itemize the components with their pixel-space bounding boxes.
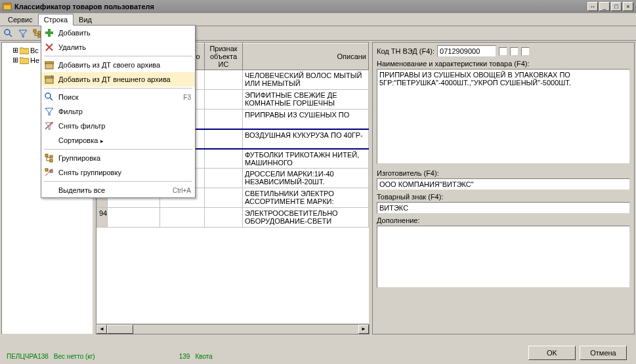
ok-button[interactable]: OK <box>528 346 576 360</box>
title-bar: Классификатор товаров пользователя ↔ _ □… <box>0 0 636 13</box>
checkbox-2[interactable] <box>510 47 519 56</box>
svg-rect-8 <box>45 31 53 34</box>
maximize-button[interactable]: □ <box>611 2 622 11</box>
search-icon[interactable] <box>2 28 15 39</box>
ungroup-icon <box>44 167 54 178</box>
scroll-left-icon[interactable]: ◄ <box>96 325 107 334</box>
manuf-label: Изготовитель (F4): <box>377 169 630 177</box>
svg-rect-16 <box>45 154 48 157</box>
dd-select-all[interactable]: Выделить все Ctrl+A <box>41 183 195 197</box>
separator <box>44 56 192 56</box>
separator <box>44 181 192 182</box>
checkbox-3[interactable] <box>521 47 530 56</box>
svg-line-3 <box>9 34 12 37</box>
code-label: Код ТН ВЭД (F4): <box>377 47 435 55</box>
group-icon <box>44 153 54 163</box>
folder-icon <box>20 56 29 64</box>
add-label: Дополнение: <box>377 216 630 224</box>
dd-delete[interactable]: Удалить <box>41 40 195 54</box>
tree-label: Не <box>30 56 39 64</box>
close-button[interactable]: × <box>623 2 633 11</box>
scroll-thumb[interactable] <box>107 325 133 334</box>
checkbox-1[interactable] <box>499 47 507 56</box>
svg-point-13 <box>45 93 51 98</box>
funnel-icon[interactable] <box>16 28 30 39</box>
svg-rect-18 <box>50 159 53 162</box>
app-icon <box>3 2 12 11</box>
tree-label: Вс <box>30 47 39 54</box>
menu-view[interactable]: Вид <box>74 14 97 25</box>
horizontal-scrollbar[interactable]: ◄ ► <box>96 324 370 334</box>
minimize-button[interactable]: _ <box>599 2 610 11</box>
plus-box-icon: ⊞ <box>12 56 18 64</box>
add-input[interactable] <box>377 226 630 288</box>
svg-line-14 <box>50 98 53 100</box>
name-label: Наименование и характеристики товара (F4… <box>377 60 630 68</box>
separator <box>44 149 192 150</box>
dd-filter[interactable]: Фильтр <box>41 104 195 119</box>
x-icon <box>44 42 54 52</box>
dropdown-menu: Добавить Удалить Добавить из ДТ своего а… <box>41 25 196 198</box>
archive-icon <box>44 60 54 70</box>
status-bar: ПЕЛЦЧРА138 Вес нетто (кг) 139 Квота <box>4 353 213 360</box>
menu-bar: Сервис Строка Вид <box>0 13 636 26</box>
dd-ungroup[interactable]: Снять группировку <box>41 165 195 180</box>
folder-icon <box>20 47 29 54</box>
dd-add-own-archive[interactable]: Добавить из ДТ своего архива <box>41 58 195 72</box>
dd-add[interactable]: Добавить <box>41 26 195 40</box>
menu-service[interactable]: Сервис <box>3 14 38 25</box>
menu-stroka[interactable]: Строка <box>38 14 74 26</box>
mark-input[interactable] <box>377 202 630 214</box>
plus-icon <box>44 28 54 38</box>
separator <box>44 88 192 89</box>
funnel-icon <box>44 106 54 117</box>
nofunnel-icon <box>44 121 54 131</box>
svg-rect-1 <box>3 3 11 5</box>
dd-add-ext-archive[interactable]: Добавить из ДТ внешнего архива <box>41 72 195 87</box>
window-title: Классификатор товаров пользователя <box>14 3 587 10</box>
archive-ext-icon <box>44 74 54 85</box>
cancel-button[interactable]: Отмена <box>580 346 627 360</box>
scroll-right-icon[interactable]: ► <box>358 325 369 334</box>
svg-rect-17 <box>50 155 53 158</box>
name-input[interactable] <box>377 69 630 164</box>
svg-rect-4 <box>33 30 36 32</box>
plus-box-icon: ⊞ <box>12 46 18 54</box>
dd-sort[interactable]: Сортировка <box>41 133 195 148</box>
blank-icon <box>44 185 54 195</box>
table-row[interactable]: 9405409909ЭЛЕКТРООСВЕТИТЕЛЬНО ОБОРУДОВАН… <box>97 208 369 228</box>
svg-rect-10 <box>45 62 54 64</box>
details-panel: Код ТН ВЭД (F4): Наименование и характер… <box>372 42 635 334</box>
dd-search[interactable]: Поиск F3 <box>41 90 195 104</box>
svg-rect-19 <box>45 169 48 171</box>
code-input[interactable] <box>437 45 496 57</box>
svg-point-2 <box>5 30 10 35</box>
toggle-button[interactable]: ↔ <box>587 2 598 11</box>
manuf-input[interactable] <box>377 178 630 190</box>
search-icon <box>44 92 54 102</box>
blank-icon <box>44 135 54 146</box>
mark-label: Товарный знак (F4): <box>377 193 630 201</box>
dd-group[interactable]: Группировка <box>41 151 195 165</box>
dd-clear-filter[interactable]: Снять фильтр <box>41 119 195 133</box>
